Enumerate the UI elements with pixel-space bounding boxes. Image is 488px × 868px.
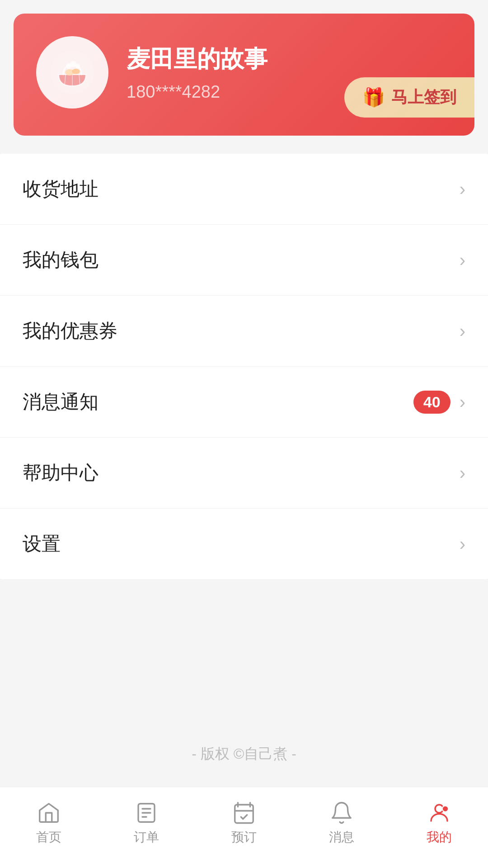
nav-label-message: 消息 <box>329 829 354 846</box>
menu-item-help[interactable]: 帮助中心› <box>0 438 488 509</box>
nav-icon-order <box>134 801 159 825</box>
badge-notification: 40 <box>413 391 450 414</box>
nav-icon-mine <box>427 801 451 825</box>
menu-label-wallet: 我的钱包 <box>23 247 99 273</box>
nav-item-message[interactable]: 消息 <box>293 801 390 846</box>
avatar <box>36 36 108 108</box>
nav-icon-home <box>37 801 61 825</box>
menu-item-settings[interactable]: 设置› <box>0 509 488 579</box>
menu-section: 收货地址›我的钱包›我的优惠券›消息通知40›帮助中心›设置› <box>0 154 488 579</box>
profile-card: 麦田里的故事 180****4282 🎁 马上签到 <box>14 14 474 136</box>
svg-point-8 <box>75 64 80 68</box>
chevron-icon-address: › <box>460 179 465 199</box>
nav-icon-prebook <box>232 801 256 825</box>
nav-item-mine[interactable]: 我的 <box>390 801 488 846</box>
menu-item-address[interactable]: 收货地址› <box>0 154 488 225</box>
menu-label-help: 帮助中心 <box>23 460 99 486</box>
menu-label-coupon: 我的优惠券 <box>23 318 117 344</box>
menu-item-wallet[interactable]: 我的钱包› <box>0 225 488 296</box>
copyright-text: - 版权 ©自己煮 - <box>0 744 488 764</box>
chevron-icon-notification: › <box>460 392 465 412</box>
svg-point-5 <box>72 69 80 74</box>
nav-label-order: 订单 <box>134 829 159 846</box>
menu-item-notification[interactable]: 消息通知40› <box>0 367 488 438</box>
menu-label-address: 收货地址 <box>23 176 99 202</box>
menu-item-coupon[interactable]: 我的优惠券› <box>0 296 488 367</box>
checkin-label: 马上签到 <box>391 86 456 108</box>
menu-label-settings: 设置 <box>23 531 61 557</box>
profile-name: 麦田里的故事 <box>127 43 452 75</box>
checkin-button[interactable]: 🎁 马上签到 <box>344 77 474 118</box>
nav-label-prebook: 预订 <box>231 829 257 846</box>
chevron-icon-help: › <box>460 463 465 483</box>
nav-item-home[interactable]: 首页 <box>0 801 98 846</box>
nav-label-home: 首页 <box>36 829 61 846</box>
chevron-icon-coupon: › <box>460 321 465 341</box>
svg-point-14 <box>442 806 449 812</box>
nav-item-order[interactable]: 订单 <box>98 801 195 846</box>
nav-item-prebook[interactable]: 预订 <box>195 801 293 846</box>
nav-label-mine: 我的 <box>427 829 452 846</box>
menu-label-notification: 消息通知 <box>23 389 99 415</box>
bottom-nav: 首页订单预订消息我的 <box>0 787 488 868</box>
nav-icon-message <box>329 801 354 825</box>
chevron-icon-wallet: › <box>460 250 465 270</box>
gift-icon: 🎁 <box>362 87 385 108</box>
svg-point-7 <box>70 61 76 67</box>
chevron-icon-settings: › <box>460 534 465 554</box>
